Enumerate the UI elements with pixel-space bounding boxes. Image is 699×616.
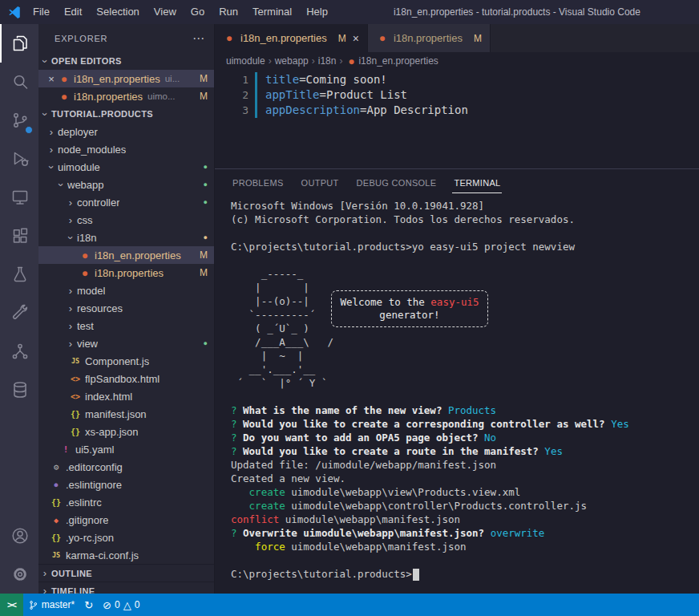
terminal-line: C:\projects\tutorial.products> [231, 567, 699, 581]
breadcrumb-item[interactable]: webapp [275, 55, 309, 67]
menu-run[interactable]: Run [212, 0, 245, 24]
workspace-root-header: TUTORIAL.PRODUCTS [51, 109, 153, 119]
tree-file--yo-rc-json[interactable]: {}.yo-rc.json [38, 529, 214, 546]
tree-file-manifest-json[interactable]: {}manifest.json [38, 405, 214, 423]
breadcrumb: uimodule›webapp›i18n›●i18n_en.properties [215, 52, 699, 70]
menu-help[interactable]: Help [299, 0, 335, 24]
tree-folder-css[interactable]: ›css [38, 211, 214, 229]
properties-file-icon: ● [376, 34, 389, 43]
source-control-badge [25, 126, 33, 134]
tree-file--gitignore[interactable]: ◆.gitignore [38, 511, 214, 529]
tree-folder-view[interactable]: ›view● [38, 334, 214, 352]
menu-go[interactable]: Go [184, 0, 212, 24]
remote-indicator[interactable]: >< [0, 594, 23, 616]
database-icon[interactable] [0, 371, 38, 409]
tree-file--editorconfig[interactable]: ⚙.editorconfig [38, 458, 214, 476]
chevron-right-icon: › [64, 286, 77, 296]
test-explorer-icon[interactable] [0, 255, 38, 294]
terminal-line: Microsoft Windows [Versión 10.0.19041.92… [231, 199, 699, 213]
folder-name: webapp [67, 179, 104, 191]
tree-file-index-html[interactable]: <>index.html [38, 387, 214, 405]
menu-selection[interactable]: Selection [89, 0, 146, 24]
git-modified-badge: M [195, 267, 208, 278]
tree-folder-webapp[interactable]: ›webapp● [38, 176, 214, 193]
tree-folder-node-modules[interactable]: ›node_modules [38, 140, 214, 158]
tree-file--eslintrc[interactable]: {}.eslintrc [38, 493, 214, 511]
section-outline[interactable]: ›OUTLINE [38, 564, 214, 582]
git-modified-badge: M [195, 73, 208, 84]
close-icon[interactable]: × [353, 32, 359, 45]
remote-explorer-icon[interactable] [0, 178, 38, 217]
code-line: 1title=Coming soon! [215, 72, 699, 87]
line-number: 2 [215, 87, 248, 103]
panel-tab-problems[interactable]: PROBLEMS [231, 173, 285, 193]
git-untracked-dot-icon: ● [199, 198, 208, 206]
editor-tab-bar: ●i18n_en.propertiesM×●i18n.propertiesM [215, 24, 699, 52]
open-editor-item[interactable]: ●i18n.propertiesuimo...M [38, 87, 214, 105]
run-and-debug-icon[interactable] [0, 140, 38, 178]
tree-file-i18n-properties[interactable]: ●i18n.propertiesM [38, 264, 214, 282]
tree-file-component-js[interactable]: JSComponent.js [38, 352, 214, 370]
folder-name: i18n [77, 232, 97, 244]
terminal-line: (c) Microsoft Corporation. Todos los der… [231, 213, 699, 226]
open-editor-path-hint: uimo... [147, 91, 176, 101]
chevron-right-icon: › [38, 568, 51, 578]
explorer-icon[interactable] [0, 24, 38, 63]
code-editor[interactable]: 1title=Coming soon!2appTitle=Product Lis… [215, 70, 699, 168]
section-timeline[interactable]: ›TIMELINE [38, 582, 214, 594]
section-open-editors[interactable]: › OPEN EDITORS [38, 52, 214, 70]
tree-folder-deployer[interactable]: ›deployer [38, 123, 214, 140]
source-control-icon[interactable] [0, 101, 38, 140]
terminal[interactable]: Microsoft Windows [Versión 10.0.19041.92… [215, 197, 699, 594]
terminal-line: create uimodule\webapp\view\Products.vie… [231, 485, 699, 499]
section-workspace-root[interactable]: › TUTORIAL.PRODUCTS [38, 105, 214, 123]
open-editor-item[interactable]: ×●i18n_en.propertiesui...M [38, 70, 214, 87]
accounts-icon[interactable] [0, 517, 38, 555]
tree-file-xs-app-json[interactable]: {}xs-app.json [38, 423, 214, 440]
menubar: FileEditSelectionViewGoRunTerminalHelp [26, 0, 335, 24]
extensions-icon[interactable] [0, 217, 38, 255]
search-icon[interactable] [0, 63, 38, 101]
json-file-icon: {} [50, 533, 63, 542]
editor-tab-i18n-properties[interactable]: ●i18n.propertiesM [368, 24, 491, 52]
tree-folder-test[interactable]: ›test [38, 317, 214, 334]
sync-button[interactable]: ↻ [79, 594, 98, 616]
tree-file-karma-ci-conf-js[interactable]: JSkarma-ci.conf.js [38, 546, 214, 564]
panel-tab-output[interactable]: OUTPUT [300, 173, 341, 193]
tree-folder-resources[interactable]: ›resources [38, 299, 214, 317]
tree-file-i18n-en-properties[interactable]: ●i18n_en.propertiesM [38, 246, 214, 264]
tree-file-flpsandbox-html[interactable]: <>flpSandbox.html [38, 370, 214, 387]
file-name: .eslintrc [66, 496, 102, 509]
problems-indicator[interactable]: ⊘ 0 △ 0 [98, 594, 144, 616]
editor-tab-i18n-en-properties[interactable]: ●i18n_en.propertiesM× [215, 24, 368, 52]
menu-edit[interactable]: Edit [57, 0, 89, 24]
breadcrumb-item[interactable]: ●i18n_en.properties [345, 55, 438, 67]
tree-file--eslintignore[interactable]: ●.eslintignore [38, 476, 214, 493]
terminal-line: force uimodule\webapp\manifest.json [231, 540, 699, 553]
git-branch-item[interactable]: master* [23, 594, 79, 616]
menu-terminal[interactable]: Terminal [245, 0, 299, 24]
tree-file-ui5-yaml[interactable]: !ui5.yaml [38, 440, 214, 458]
terminal-line: ? Overwrite uimodule\webapp\manifest.jso… [231, 526, 699, 540]
panel-tab-debug-console[interactable]: DEBUG CONSOLE [355, 173, 438, 193]
references-icon[interactable] [0, 332, 38, 371]
more-actions-icon[interactable]: ⋯ [192, 31, 204, 46]
file-name: index.html [85, 391, 132, 403]
tree-folder-model[interactable]: ›model [38, 282, 214, 299]
tree-folder-controller[interactable]: ›controller● [38, 193, 214, 211]
menu-file[interactable]: File [26, 0, 57, 24]
git-untracked-dot-icon: ● [199, 339, 208, 347]
close-icon[interactable]: × [45, 73, 58, 85]
panel-tab-terminal[interactable]: TERMINAL [452, 173, 502, 193]
tree-folder-i18n[interactable]: ›i18n● [38, 229, 214, 246]
open-editor-label: i18n_en.properties [74, 73, 160, 85]
workbench: EXPLORER ⋯ › OPEN EDITORS ×●i18n_en.prop… [0, 24, 699, 594]
terminal-line: ? What is the name of the new view? Prod… [231, 403, 699, 417]
breadcrumb-item[interactable]: i18n [318, 55, 337, 67]
chevron-right-icon: › [45, 144, 58, 155]
tree-folder-uimodule[interactable]: ›uimodule● [38, 158, 214, 176]
menu-view[interactable]: View [147, 0, 184, 24]
settings-gear-icon[interactable] [0, 555, 38, 594]
breadcrumb-item[interactable]: uimodule [226, 55, 265, 67]
tools-icon[interactable] [0, 294, 38, 332]
